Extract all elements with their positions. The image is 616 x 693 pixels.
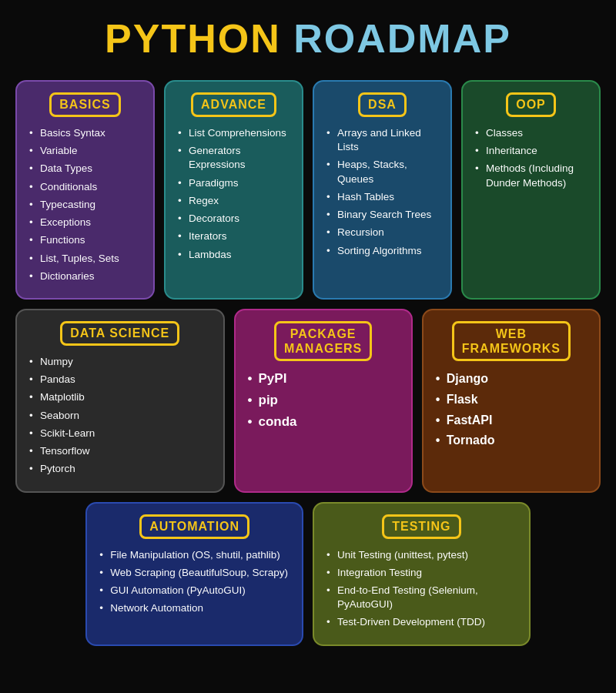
automation-list: File Manipulation (OS, shutil, pathlib) … — [99, 548, 290, 620]
list-item: List, Tuples, Sets — [29, 252, 141, 266]
list-item: Tornado — [436, 432, 587, 449]
card-advance: ADVANCE List Comprehensions Generators E… — [164, 80, 303, 300]
list-item: Methods (Including Dunder Methods) — [475, 162, 587, 189]
list-item: conda — [248, 413, 399, 431]
list-item: Flask — [436, 391, 587, 408]
basics-list: Basics Syntax Variable Data Types Condit… — [29, 126, 141, 287]
list-item: Heaps, Stacks, Queues — [326, 158, 438, 186]
list-item: List Comprehensions — [178, 126, 290, 140]
page-title: PYTHON ROADMAP — [15, 15, 601, 62]
list-item: PyPI — [248, 370, 399, 388]
list-item: Iterators — [178, 229, 290, 243]
list-item: pip — [248, 392, 399, 410]
datascience-list: Numpy Pandas Matplotlib Seaborn Scikit-L… — [29, 355, 211, 480]
card-webframeworks: WEBFRAMEWORKS Django Flask FastAPI Torna… — [422, 309, 601, 493]
dsa-list: Arrays and Linked Lists Heaps, Stacks, Q… — [326, 126, 438, 262]
list-item: File Manipulation (OS, shutil, pathlib) — [99, 548, 290, 562]
list-item: Data Types — [29, 162, 141, 176]
list-item: Pytorch — [29, 462, 211, 476]
list-item: Pandas — [29, 373, 211, 387]
card-testing: TESTING Unit Testing (unittest, pytest) … — [313, 502, 531, 646]
row-1: BASICS Basics Syntax Variable Data Types… — [15, 80, 601, 300]
list-item: Sorting Algorithms — [326, 244, 438, 258]
testing-title: TESTING — [382, 514, 460, 539]
advance-list: List Comprehensions Generators Expressio… — [178, 126, 290, 266]
list-item: Inheritance — [475, 144, 587, 158]
webframeworks-title: WEBFRAMEWORKS — [452, 321, 571, 361]
title-roadmap: ROADMAP — [293, 16, 511, 61]
list-item: Dictionaries — [29, 270, 141, 283]
list-item: GUI Automation (PyAutoGUI) — [99, 584, 290, 598]
oop-list: Classes Inheritance Methods (Including D… — [475, 126, 587, 194]
list-item: Integration Testing — [326, 566, 517, 580]
dsa-title: DSA — [358, 92, 407, 117]
card-automation: AUTOMATION File Manipulation (OS, shutil… — [85, 502, 303, 646]
row-3: AUTOMATION File Manipulation (OS, shutil… — [85, 502, 531, 646]
list-item: Generators Expressions — [178, 144, 290, 172]
list-item: Exceptions — [29, 216, 141, 229]
list-item: Unit Testing (unittest, pytest) — [326, 548, 517, 562]
list-item: Typecasting — [29, 198, 141, 212]
testing-list: Unit Testing (unittest, pytest) Integrat… — [326, 548, 517, 634]
list-item: Recursion — [326, 226, 438, 239]
list-item: Network Automation — [99, 601, 290, 615]
basics-title: BASICS — [49, 92, 120, 117]
list-item: Functions — [29, 233, 141, 247]
list-item: Decorators — [178, 212, 290, 226]
list-item: Seaborn — [29, 409, 211, 423]
list-item: Arrays and Linked Lists — [326, 126, 438, 154]
list-item: Conditionals — [29, 180, 141, 194]
advance-title: ADVANCE — [191, 92, 276, 117]
list-item: Tensorflow — [29, 444, 211, 458]
list-item: Hash Tables — [326, 190, 438, 204]
card-dsa: DSA Arrays and Linked Lists Heaps, Stack… — [313, 80, 452, 300]
list-item: Binary Search Trees — [326, 208, 438, 222]
list-item: Web Scraping (BeautifulSoup, Scrapy) — [99, 566, 290, 580]
package-title: PACKAGEMANAGERS — [274, 321, 372, 361]
list-item: End-to-End Testing (Selenium, PyAutoGUI) — [326, 584, 517, 611]
datascience-title: DATA SCIENCE — [60, 321, 179, 346]
list-item: Django — [436, 370, 587, 387]
automation-title: AUTOMATION — [139, 514, 249, 539]
list-item: Test-Driven Development (TDD) — [326, 615, 517, 629]
list-item: FastAPI — [436, 412, 587, 429]
list-item: Matplotlib — [29, 390, 211, 404]
card-datascience: DATA SCIENCE Numpy Pandas Matplotlib Sea… — [15, 309, 225, 493]
row-2: DATA SCIENCE Numpy Pandas Matplotlib Sea… — [15, 309, 601, 493]
list-item: Regex — [178, 194, 290, 208]
card-package: PACKAGEMANAGERS PyPI pip conda — [234, 309, 413, 493]
list-item: Paradigms — [178, 176, 290, 190]
list-item: Classes — [475, 126, 587, 140]
list-item: Lambdas — [178, 248, 290, 262]
list-item: Basics Syntax — [29, 126, 141, 140]
list-item: Scikit-Learn — [29, 427, 211, 440]
webframeworks-list: Django Flask FastAPI Tornado — [436, 370, 587, 452]
list-item: Numpy — [29, 355, 211, 369]
oop-title: OOP — [506, 92, 556, 117]
title-python: PYTHON — [105, 16, 281, 61]
card-oop: OOP Classes Inheritance Methods (Includi… — [461, 80, 601, 300]
package-list: PyPI pip conda — [248, 370, 399, 435]
list-item: Variable — [29, 144, 141, 158]
card-basics: BASICS Basics Syntax Variable Data Types… — [15, 80, 155, 300]
